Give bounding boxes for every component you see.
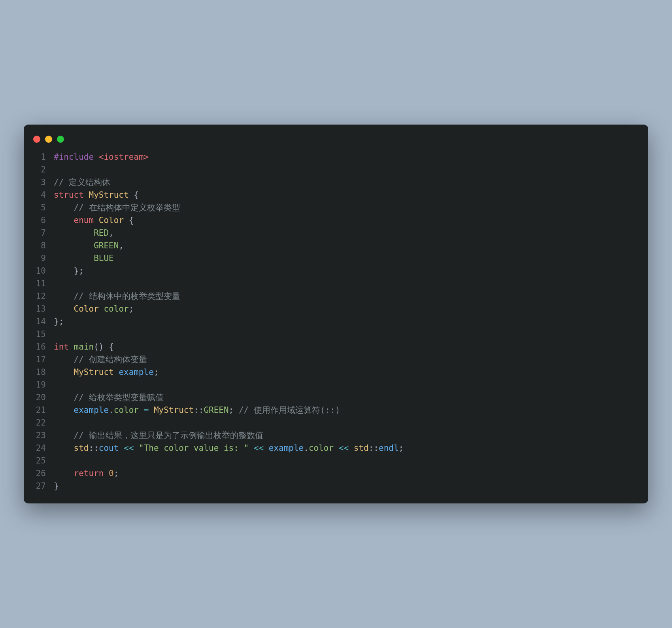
code-area[interactable]: 1#include <iostream>23// 定义结构体4struct My… [24, 151, 648, 492]
line-number: 11 [35, 277, 54, 290]
code-content: #include <iostream> [54, 151, 637, 163]
code-content: // 给枚举类型变量赋值 [54, 391, 637, 404]
code-line: 18 MyStruct example; [35, 366, 637, 378]
line-number: 16 [35, 340, 54, 353]
titlebar [24, 132, 648, 151]
code-line: 4struct MyStruct { [35, 189, 637, 201]
code-line: 22 [35, 416, 637, 429]
line-number: 20 [35, 391, 54, 404]
line-number: 8 [35, 239, 54, 252]
code-line: 2 [35, 163, 637, 176]
code-line: 20 // 给枚举类型变量赋值 [35, 391, 637, 404]
code-content: RED, [54, 227, 637, 239]
code-content: }; [54, 315, 637, 328]
line-number: 18 [35, 366, 54, 378]
code-line: 23 // 输出结果，这里只是为了示例输出枚举的整数值 [35, 429, 637, 442]
code-line: 27} [35, 480, 637, 492]
code-line: 9 BLUE [35, 252, 637, 265]
code-line: 19 [35, 378, 637, 391]
code-line: 5 // 在结构体中定义枚举类型 [35, 201, 637, 214]
code-line: 8 GREEN, [35, 239, 637, 252]
code-line: 25 [35, 454, 637, 467]
code-content: std::cout << "The color value is: " << e… [54, 442, 637, 454]
code-line: 13 Color color; [35, 303, 637, 315]
code-line: 12 // 结构体中的枚举类型变量 [35, 290, 637, 303]
line-number: 15 [35, 328, 54, 340]
line-number: 17 [35, 353, 54, 366]
code-content: // 在结构体中定义枚举类型 [54, 201, 637, 214]
code-content: int main() { [54, 340, 637, 353]
line-number: 14 [35, 315, 54, 328]
minimize-icon[interactable] [45, 136, 52, 143]
code-content: enum Color { [54, 214, 637, 227]
line-number: 1 [35, 151, 54, 163]
code-window: 1#include <iostream>23// 定义结构体4struct My… [24, 125, 648, 503]
code-content: // 定义结构体 [54, 176, 637, 189]
close-icon[interactable] [33, 136, 40, 143]
code-line: 7 RED, [35, 227, 637, 239]
code-content: // 创建结构体变量 [54, 353, 637, 366]
line-number: 7 [35, 227, 54, 239]
code-content: }; [54, 265, 637, 277]
line-number: 12 [35, 290, 54, 303]
line-number: 26 [35, 467, 54, 480]
line-number: 13 [35, 303, 54, 315]
line-number: 22 [35, 416, 54, 429]
code-content: Color color; [54, 303, 637, 315]
code-line: 24 std::cout << "The color value is: " <… [35, 442, 637, 454]
code-content: example.color = MyStruct::GREEN; // 使用作用… [54, 404, 637, 416]
line-number: 25 [35, 454, 54, 467]
code-content: // 输出结果，这里只是为了示例输出枚举的整数值 [54, 429, 637, 442]
code-line: 1#include <iostream> [35, 151, 637, 163]
line-number: 27 [35, 480, 54, 492]
code-content: struct MyStruct { [54, 189, 637, 201]
code-content: return 0; [54, 467, 637, 480]
code-line: 10 }; [35, 265, 637, 277]
line-number: 3 [35, 176, 54, 189]
code-content: } [54, 480, 637, 492]
line-number: 6 [35, 214, 54, 227]
line-number: 2 [35, 163, 54, 176]
line-number: 5 [35, 201, 54, 214]
code-line: 17 // 创建结构体变量 [35, 353, 637, 366]
code-line: 21 example.color = MyStruct::GREEN; // 使… [35, 404, 637, 416]
code-line: 15 [35, 328, 637, 340]
code-content: MyStruct example; [54, 366, 637, 378]
code-line: 6 enum Color { [35, 214, 637, 227]
line-number: 23 [35, 429, 54, 442]
code-line: 3// 定义结构体 [35, 176, 637, 189]
line-number: 4 [35, 189, 54, 201]
line-number: 21 [35, 404, 54, 416]
code-content: GREEN, [54, 239, 637, 252]
code-line: 16int main() { [35, 340, 637, 353]
code-line: 11 [35, 277, 637, 290]
line-number: 9 [35, 252, 54, 265]
line-number: 19 [35, 378, 54, 391]
code-line: 26 return 0; [35, 467, 637, 480]
maximize-icon[interactable] [57, 136, 64, 143]
code-line: 14}; [35, 315, 637, 328]
code-content: // 结构体中的枚举类型变量 [54, 290, 637, 303]
line-number: 10 [35, 265, 54, 277]
code-content: BLUE [54, 252, 637, 265]
line-number: 24 [35, 442, 54, 454]
